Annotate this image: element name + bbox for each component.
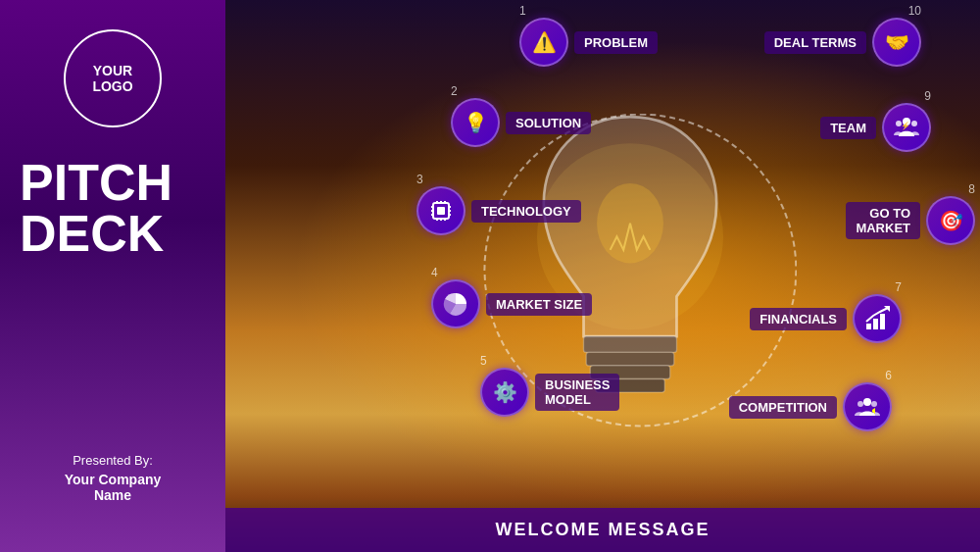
node-gotomarket[interactable]: 8 🎯 GO TO MARKET [846,196,975,245]
node-dealterms-number: 10 [908,4,921,18]
welcome-bar: WELCOME MESSAGE [225,508,980,552]
node-market-icon [431,279,480,328]
node-business-number: 5 [480,354,487,368]
node-solution-icon: 💡 [451,98,500,147]
node-problem-icon: ⚠️ [519,18,568,67]
node-technology-label: TECHNOLOGY [471,200,581,223]
node-team-icon: ⚡ [882,103,931,152]
node-dealterms[interactable]: 10 🤝 DEAL TERMS [764,18,921,67]
node-problem[interactable]: 1 ⚠️ PROBLEM [519,18,658,67]
node-business-label: BUSINESS MODEL [535,374,619,411]
node-business[interactable]: 5 ⚙️ BUSINESS MODEL [480,368,619,417]
node-gotomarket-label: GO TO MARKET [846,202,920,239]
node-competition-number: 6 [885,369,892,382]
svg-text:⚡: ⚡ [901,121,910,130]
node-dealterms-label: DEAL TERMS [764,31,866,54]
node-technology-icon [416,186,466,235]
node-technology-number: 3 [416,173,423,186]
logo: YOURLOGO [64,29,162,127]
node-team-number: 9 [924,89,931,103]
node-financials[interactable]: 7 FINANCIALS [750,294,902,343]
node-solution[interactable]: 2 💡 SOLUTION [451,98,591,147]
node-market[interactable]: 4 MARKET SIZE [431,279,592,328]
presented-by-label: Presented By: [65,453,162,468]
node-technology[interactable]: 3 TECHNO [416,186,581,235]
main-content: 1 ⚠️ PROBLEM 2 💡 SOLUTION 3 [225,0,980,552]
svg-rect-24 [873,319,878,329]
node-problem-number: 1 [519,4,526,18]
welcome-message: WELCOME MESSAGE [495,520,710,540]
svg-rect-23 [866,324,871,329]
svg-point-21 [858,401,863,407]
svg-rect-7 [437,207,445,215]
svg-point-22 [871,401,877,407]
node-financials-number: 7 [895,280,902,294]
node-team-label: TEAM [820,117,876,139]
node-market-number: 4 [431,266,438,279]
node-gotomarket-icon: 🎯 [926,196,975,245]
svg-point-29 [911,121,917,126]
pitch-title: PITCH DECK [20,157,206,259]
node-team[interactable]: 9 ⚡ TEAM [820,103,931,152]
node-financials-label: FINANCIALS [750,308,847,330]
node-solution-label: SOLUTION [506,112,591,134]
node-competition-icon [843,382,892,431]
node-competition-label: COMPETITION [729,396,837,419]
company-name: Your CompanyName [65,472,162,503]
node-business-icon: ⚙️ [480,368,529,417]
node-competition[interactable]: 6 COMPETITION [729,382,892,431]
node-problem-label: PROBLEM [574,31,658,54]
sidebar: YOURLOGO PITCH DECK Presented By: Your C… [0,0,225,552]
presenter-info: Presented By: Your CompanyName [65,453,162,503]
node-financials-icon [853,294,902,343]
node-dealterms-icon: 🤝 [872,18,921,67]
node-gotomarket-number: 8 [968,182,975,196]
node-market-label: MARKET SIZE [486,293,592,316]
svg-point-20 [863,398,871,406]
app-container: YOURLOGO PITCH DECK Presented By: Your C… [0,0,980,552]
node-solution-number: 2 [451,84,458,98]
svg-rect-25 [880,314,885,329]
